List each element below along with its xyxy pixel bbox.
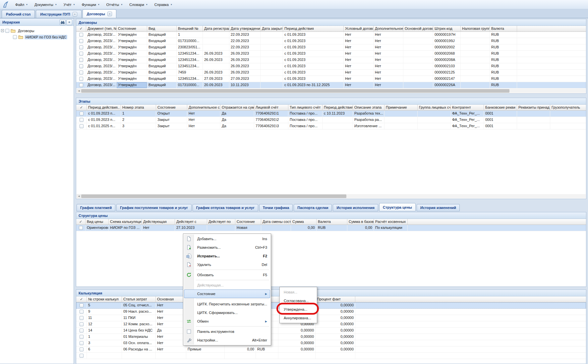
table-row[interactable]: Договор, 2023/...УтверждёнВходящий017310…	[76, 82, 586, 88]
menu-item-9[interactable]: Состояние▶	[184, 289, 270, 298]
table-row[interactable]: 101 МатериалыНетПрямые0,00RUB0,000000,00…	[76, 334, 586, 340]
menubar-item-6[interactable]: Словари▼	[126, 1, 151, 8]
menu-item-4[interactable]: УдалитьDel	[184, 260, 270, 269]
column-header[interactable]: Условный договор	[344, 26, 374, 31]
column-header[interactable]: ✓	[76, 105, 87, 110]
row-checkbox[interactable]	[80, 310, 84, 314]
subtab-7[interactable]: Структура цены	[379, 203, 416, 211]
column-header[interactable]: Состояние	[156, 105, 187, 110]
menu-item-11[interactable]: ЦИТК. Пересчитать косвенные затраты...	[184, 300, 270, 308]
table-row[interactable]: с 01.01.2025 п...3ЗакрытНетДа7706406291\…	[76, 123, 586, 130]
column-header[interactable]: Контрагент	[451, 105, 484, 110]
table-row[interactable]: с 01.09.2023 п...2ЗакрытНетДа7706406291\…	[76, 117, 586, 123]
table-row[interactable]	[76, 353, 586, 359]
subtab-2[interactable]: График поступления товаров и услуг	[116, 204, 191, 211]
row-checkbox[interactable]	[80, 112, 84, 116]
tree-node-1[interactable]: Договоры	[1, 27, 73, 34]
row-checkbox[interactable]	[79, 45, 83, 49]
column-header[interactable]: Основной договор	[403, 26, 433, 31]
table-row[interactable]: Договор, 2023/...УтверждёнВходящий017310…	[76, 38, 586, 44]
menu-item-1[interactable]: Добавить...Ins	[184, 234, 270, 243]
tab-3[interactable]: Договоры×	[83, 9, 116, 18]
table-row[interactable]: с 01.09.2023 п...1ОткрытНетДа7706406291\…	[76, 111, 586, 117]
column-header[interactable]: Внешний №	[177, 26, 203, 31]
table-row[interactable]: Договор, 2023/...УтверждёнВходящий122.09…	[76, 32, 586, 38]
column-header[interactable]: Основная	[156, 296, 186, 302]
submenu-item-3[interactable]: Утверждена...	[280, 305, 316, 314]
row-checkbox[interactable]	[79, 77, 83, 81]
subtab-3[interactable]: График отпуска товаров и услуг	[193, 204, 258, 211]
column-header[interactable]: Валюта	[317, 219, 347, 225]
scrollbar-thumb[interactable]	[81, 89, 509, 93]
table-row[interactable]: 606 Расходы на ...НетПрямые0,00RUB0,0000…	[76, 346, 586, 353]
row-checkbox[interactable]	[80, 335, 84, 339]
column-header[interactable]: Действующая	[142, 219, 175, 225]
column-header[interactable]: Валюта	[490, 26, 517, 31]
row-checkbox[interactable]	[80, 303, 84, 307]
column-header[interactable]: Период действия д	[323, 105, 353, 110]
column-header[interactable]: ✓	[76, 26, 86, 31]
column-header[interactable]: Действует по	[207, 219, 235, 225]
scroll-left-icon[interactable]: ◄	[77, 89, 81, 93]
row-checkbox[interactable]	[80, 354, 84, 358]
table-row[interactable]: Ориентировоч...НИОКР по ГОЗ ...Нет27.10.…	[76, 225, 586, 231]
column-header[interactable]: № строки калькул	[87, 296, 122, 302]
table-row[interactable]: 505 Соц. отчисл...Нет0,000000,00000	[76, 302, 586, 309]
table-row[interactable]: 1414 Цена без НДСДа0,000000,00000	[76, 328, 586, 334]
row-checkbox[interactable]	[80, 118, 84, 122]
subtab-1[interactable]: График платежей	[77, 204, 115, 211]
subtab-8[interactable]: История изменений	[417, 204, 460, 211]
column-header[interactable]: Отражается на сум	[220, 105, 254, 110]
tab-1[interactable]: Рабочий стол	[2, 10, 35, 18]
column-header[interactable]: ✓	[76, 296, 87, 302]
tree-node-2[interactable]: НИОКР по ГОЗ без НДС	[1, 34, 73, 40]
row-checkbox[interactable]	[80, 316, 84, 320]
scrollbar-thumb[interactable]	[81, 194, 346, 198]
column-header[interactable]: Схема калькуляци	[109, 219, 142, 225]
menu-item-2[interactable]: Размножить...Ctrl+F3	[184, 243, 270, 252]
expand-collapse-icon[interactable]	[1, 29, 4, 32]
column-header[interactable]: Состояние	[235, 219, 261, 225]
column-header[interactable]: Расчёт косвенных	[374, 219, 408, 225]
table-row[interactable]: 1111 ПКИНет0,000000,00000	[76, 315, 586, 321]
column-header[interactable]: Лицевой счёт	[254, 105, 288, 110]
contracts-hscrollbar[interactable]: ◄	[77, 89, 586, 93]
row-checkbox[interactable]	[80, 347, 84, 351]
column-header[interactable]: Статья затрат	[122, 296, 156, 302]
tree-checkbox[interactable]	[13, 35, 17, 39]
search-binoculars-button[interactable]	[60, 19, 66, 25]
column-header[interactable]: Состояние	[117, 26, 147, 31]
menubar-item-1[interactable]: Файл▼	[12, 1, 31, 8]
tree-checkbox[interactable]	[5, 29, 9, 33]
row-checkbox[interactable]	[79, 71, 83, 75]
column-header[interactable]: Банковские рекви	[484, 105, 517, 110]
column-header[interactable]: ✓	[76, 219, 86, 225]
subtab-4[interactable]: Точки графика	[259, 204, 293, 211]
column-header[interactable]: Сумма в базовой в	[347, 219, 374, 225]
submenu-item-4[interactable]: Аннулирована...	[280, 314, 316, 322]
column-header[interactable]: Дополнительное с	[374, 26, 403, 31]
column-header[interactable]: Дата регистрации.	[203, 26, 229, 31]
column-header[interactable]: Период действия..	[87, 105, 121, 110]
column-header[interactable]: Процент факт	[316, 296, 355, 302]
menu-item-6[interactable]: ОбновитьF5	[184, 271, 270, 279]
row-checkbox[interactable]	[79, 64, 83, 68]
menu-item-13[interactable]: Обмен▶	[184, 317, 270, 326]
row-checkbox[interactable]	[79, 83, 83, 87]
menubar-item-2[interactable]: Документы▼	[31, 1, 60, 8]
menu-item-12[interactable]: ЦИТК. Сформировать...	[184, 308, 270, 317]
column-header[interactable]: Период действия	[283, 26, 344, 31]
row-checkbox[interactable]	[79, 39, 83, 43]
column-header[interactable]: Действует с	[175, 219, 207, 225]
column-header[interactable]: Дата утверждения	[229, 26, 261, 31]
subtab-6[interactable]: История исполнения	[333, 204, 378, 211]
row-checkbox[interactable]	[80, 124, 84, 128]
row-checkbox[interactable]	[79, 226, 83, 230]
column-header[interactable]: Документ (тип, №	[86, 26, 117, 31]
menubar-item-7[interactable]: Справка▼	[151, 1, 176, 8]
column-header[interactable]: Группа лицевых сч	[418, 105, 451, 110]
column-header[interactable]: Вид цены	[86, 219, 109, 225]
table-row[interactable]: Договор, 2023/...УтверждёнВходящий745926…	[76, 70, 586, 76]
menubar-item-3[interactable]: Учёт▼	[60, 1, 79, 8]
column-header[interactable]: Дата закрытия	[261, 26, 283, 31]
